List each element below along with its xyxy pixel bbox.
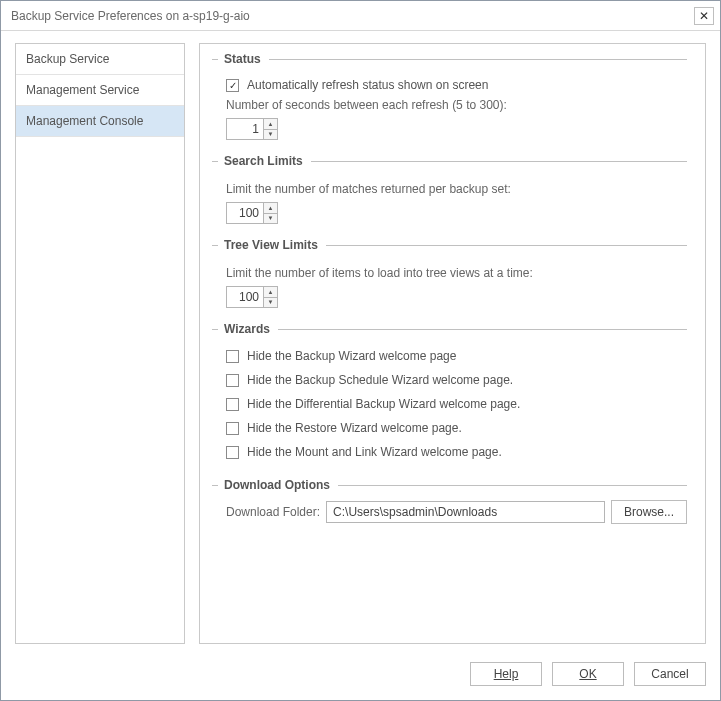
hide-differential-backup-wizard-checkbox[interactable] <box>226 398 239 411</box>
preferences-window: Backup Service Preferences on a-sp19-g-a… <box>0 0 721 701</box>
spinner-down-icon[interactable]: ▼ <box>264 214 277 224</box>
content-panel: Status Automatically refresh status show… <box>199 43 706 644</box>
group-search-limits: Search Limits Limit the number of matche… <box>212 154 687 228</box>
group-tree-view-limits: Tree View Limits Limit the number of ite… <box>212 238 687 312</box>
refresh-interval-label: Number of seconds between each refresh (… <box>226 98 687 112</box>
ok-button[interactable]: OK <box>552 662 624 686</box>
tree-view-limits-spinner[interactable]: ▲ ▼ <box>226 286 278 308</box>
group-tree-view-limits-title: Tree View Limits <box>224 238 326 252</box>
hide-mount-link-wizard-label: Hide the Mount and Link Wizard welcome p… <box>247 445 502 459</box>
download-folder-label: Download Folder: <box>226 505 320 519</box>
titlebar: Backup Service Preferences on a-sp19-g-a… <box>1 1 720 31</box>
browse-button[interactable]: Browse... <box>611 500 687 524</box>
tree-view-limits-input[interactable] <box>227 287 263 307</box>
group-download-options-title: Download Options <box>224 478 338 492</box>
group-download-options: Download Options Download Folder: Browse… <box>212 478 687 528</box>
hide-restore-wizard-label: Hide the Restore Wizard welcome page. <box>247 421 462 435</box>
hide-backup-schedule-wizard-checkbox[interactable] <box>226 374 239 387</box>
refresh-interval-input[interactable] <box>227 119 263 139</box>
help-button[interactable]: Help <box>470 662 542 686</box>
spinner-down-icon[interactable]: ▼ <box>264 298 277 308</box>
auto-refresh-checkbox[interactable] <box>226 79 239 92</box>
window-title: Backup Service Preferences on a-sp19-g-a… <box>11 9 250 23</box>
sidebar-item-management-service[interactable]: Management Service <box>16 75 184 106</box>
spinner-up-icon[interactable]: ▲ <box>264 203 277 214</box>
group-status: Status Automatically refresh status show… <box>212 52 687 144</box>
sidebar-item-management-console[interactable]: Management Console <box>16 106 184 137</box>
dialog-body: Backup Service Management Service Manage… <box>1 31 720 652</box>
download-folder-input[interactable] <box>326 501 605 523</box>
group-search-limits-title: Search Limits <box>224 154 311 168</box>
close-button[interactable]: ✕ <box>694 7 714 25</box>
hide-backup-wizard-checkbox[interactable] <box>226 350 239 363</box>
search-limits-desc: Limit the number of matches returned per… <box>226 182 687 196</box>
sidebar: Backup Service Management Service Manage… <box>15 43 185 644</box>
spinner-down-icon[interactable]: ▼ <box>264 130 277 140</box>
refresh-interval-spinner[interactable]: ▲ ▼ <box>226 118 278 140</box>
cancel-button[interactable]: Cancel <box>634 662 706 686</box>
close-icon: ✕ <box>699 10 709 22</box>
hide-backup-schedule-wizard-label: Hide the Backup Schedule Wizard welcome … <box>247 373 513 387</box>
search-limits-input[interactable] <box>227 203 263 223</box>
hide-mount-link-wizard-checkbox[interactable] <box>226 446 239 459</box>
group-status-title: Status <box>224 52 269 66</box>
spinner-up-icon[interactable]: ▲ <box>264 287 277 298</box>
sidebar-item-backup-service[interactable]: Backup Service <box>16 44 184 75</box>
dialog-footer: Help OK Cancel <box>1 652 720 700</box>
spinner-up-icon[interactable]: ▲ <box>264 119 277 130</box>
hide-differential-backup-wizard-label: Hide the Differential Backup Wizard welc… <box>247 397 520 411</box>
group-wizards-title: Wizards <box>224 322 278 336</box>
group-wizards: Wizards Hide the Backup Wizard welcome p… <box>212 322 687 468</box>
auto-refresh-label: Automatically refresh status shown on sc… <box>247 78 488 92</box>
tree-view-limits-desc: Limit the number of items to load into t… <box>226 266 687 280</box>
hide-backup-wizard-label: Hide the Backup Wizard welcome page <box>247 349 456 363</box>
search-limits-spinner[interactable]: ▲ ▼ <box>226 202 278 224</box>
hide-restore-wizard-checkbox[interactable] <box>226 422 239 435</box>
